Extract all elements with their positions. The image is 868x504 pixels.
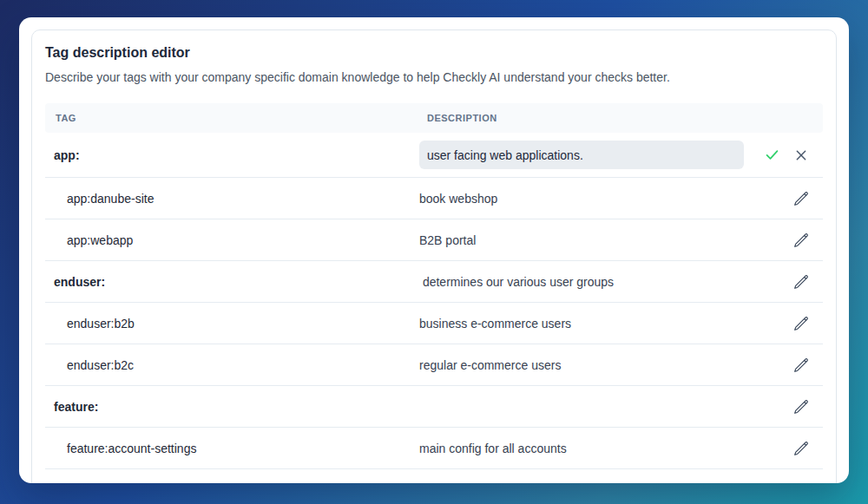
edit-pencil-icon[interactable] — [792, 189, 811, 208]
table-row: feature: — [45, 386, 823, 428]
cancel-x-icon[interactable] — [792, 146, 811, 165]
page-subtitle: Describe your tags with your company spe… — [45, 69, 823, 86]
edit-pencil-icon[interactable] — [792, 397, 811, 416]
tag-cell: app:webapp — [45, 233, 419, 247]
description-input[interactable] — [419, 141, 744, 169]
table-row: enduser:b2c regular e-commerce users — [45, 344, 823, 386]
description-cell: main config for all accounts — [419, 442, 792, 455]
tag-cell: enduser:b2c — [45, 358, 419, 372]
description-cell: determines our various user groups — [419, 275, 792, 289]
tag-cell: enduser:b2b — [45, 317, 419, 331]
edit-pencil-icon[interactable] — [792, 231, 811, 250]
table-row: enduser:b2b business e-commerce users — [45, 303, 823, 344]
edit-pencil-icon[interactable] — [792, 314, 811, 333]
tag-cell: feature:account-settings — [45, 442, 419, 455]
tag-table: Tag Description app: — [45, 103, 823, 469]
description-cell: B2B portal — [419, 233, 792, 247]
edit-pencil-icon[interactable] — [792, 272, 811, 291]
tag-cell: app:danube-site — [45, 192, 419, 206]
tag-cell: enduser: — [45, 275, 419, 289]
edit-pencil-icon[interactable] — [792, 439, 811, 458]
table-row: app: — [45, 133, 823, 178]
tag-cell: app: — [45, 148, 419, 162]
description-cell: book webshop — [419, 192, 792, 206]
table-row: app:webapp B2B portal — [45, 219, 823, 261]
table-row: feature:account-settings main config for… — [45, 428, 823, 469]
tag-cell: feature: — [45, 400, 419, 414]
column-header-tag: Tag — [45, 113, 419, 123]
tag-editor-panel: Tag description editor Describe your tag… — [31, 29, 837, 483]
confirm-check-icon[interactable] — [762, 146, 781, 165]
tag-editor-card: Tag description editor Describe your tag… — [19, 17, 849, 483]
table-row: enduser: determines our various user gro… — [45, 261, 823, 303]
description-cell: business e-commerce users — [419, 317, 792, 331]
table-header: Tag Description — [45, 103, 823, 133]
table-row: app:danube-site book webshop — [45, 178, 823, 219]
page-title: Tag description editor — [45, 43, 823, 62]
description-cell: regular e-commerce users — [419, 358, 792, 372]
column-header-description: Description — [419, 113, 823, 123]
edit-pencil-icon[interactable] — [792, 356, 811, 375]
